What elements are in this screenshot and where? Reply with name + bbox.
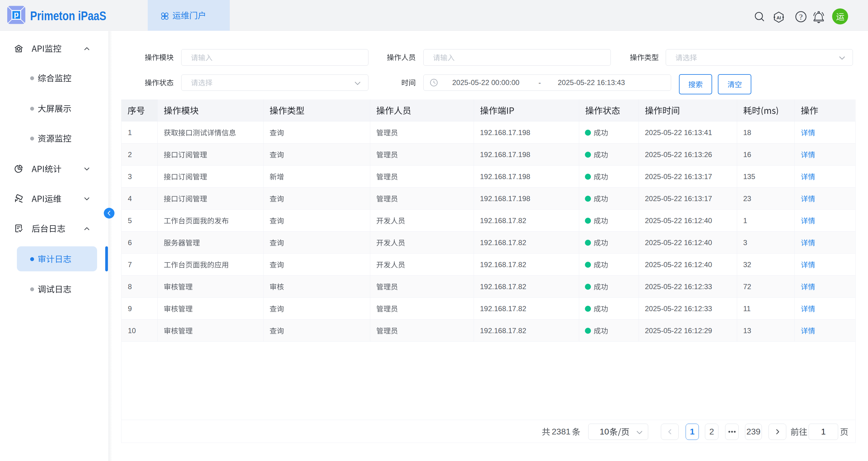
svg-text:?: ? <box>799 13 803 22</box>
svg-text:p: p <box>14 10 19 19</box>
svg-text:AI: AI <box>777 15 781 20</box>
